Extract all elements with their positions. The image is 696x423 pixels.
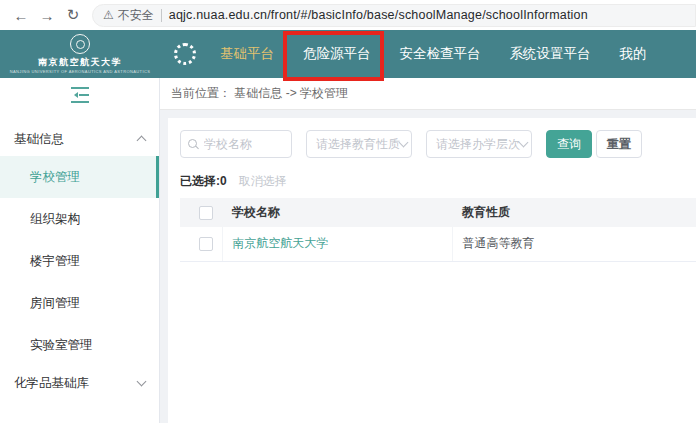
- select-all-checkbox[interactable]: [199, 206, 213, 220]
- sidebar: 基础信息 学校管理 组织架构 楼宇管理 房间管理 实验室管理 化学品基础库: [0, 78, 160, 423]
- breadcrumb-prefix: 当前位置：: [171, 85, 231, 102]
- annotation-red-box: [283, 31, 384, 81]
- refresh-icon[interactable]: ↻: [60, 6, 86, 24]
- nav-tab-mine[interactable]: 我的: [620, 45, 647, 63]
- row-checkbox[interactable]: [199, 237, 213, 251]
- sidebar-item-room-manage[interactable]: 房间管理: [0, 282, 159, 324]
- reset-button[interactable]: 重置: [596, 130, 642, 158]
- security-warning-label: 不安全: [118, 7, 154, 24]
- school-name-input[interactable]: [204, 137, 285, 151]
- clear-selection-button[interactable]: 取消选择: [239, 173, 287, 190]
- chevron-down-icon: [137, 377, 147, 387]
- forward-icon[interactable]: →: [34, 7, 60, 24]
- sidebar-item-label: 楼宇管理: [30, 253, 80, 270]
- address-bar[interactable]: ⚠ 不安全 aqjc.nuaa.edu.cn/front/#/basicInfo…: [92, 4, 696, 27]
- sidebar-group-label: 基础信息: [14, 131, 64, 148]
- school-name-search[interactable]: [180, 130, 292, 158]
- content-panel: 请选择教育性质 请选择办学层次 查询 重置 已选择:0 取消选择: [168, 118, 696, 423]
- chevron-down-icon: [399, 138, 409, 148]
- school-level-placeholder: 请选择办学层次: [436, 136, 520, 153]
- nav-tab-system-settings-platform[interactable]: 系统设置平台: [510, 45, 591, 63]
- sidebar-group-label: 化学品基础库: [14, 375, 89, 392]
- sidebar-group-chemical-base[interactable]: 化学品基础库: [0, 366, 159, 400]
- column-header-school-name: 学校名称: [222, 198, 452, 227]
- selected-count-label: 已选择:0: [180, 173, 227, 190]
- loading-spinner-icon: [174, 43, 196, 65]
- filter-toolbar: 请选择教育性质 请选择办学层次 查询 重置: [180, 130, 696, 158]
- sidebar-item-label: 房间管理: [30, 295, 80, 312]
- browser-toolbar: ← → ↻ ⚠ 不安全 aqjc.nuaa.edu.cn/front/#/bas…: [0, 0, 696, 30]
- selection-info: 已选择:0 取消选择: [180, 173, 696, 190]
- breadcrumb-path: 基础信息 -> 学校管理: [234, 85, 348, 102]
- sidebar-item-label: 组织架构: [30, 211, 80, 228]
- column-header-education-type: 教育性质: [452, 198, 696, 227]
- sidebar-item-label: 实验室管理: [30, 337, 93, 354]
- url-text[interactable]: aqjc.nuaa.edu.cn/front/#/basicInfo/base/…: [169, 8, 588, 22]
- sidebar-menu: 基础信息 学校管理 组织架构 楼宇管理 房间管理 实验室管理 化学品基础库: [0, 112, 159, 400]
- sidebar-item-building-manage[interactable]: 楼宇管理: [0, 240, 159, 282]
- school-name-link[interactable]: 南京航空航天大学: [233, 236, 329, 250]
- nav-tab-safety-check-platform[interactable]: 安全检查平台: [400, 45, 481, 63]
- education-type-cell: 普通高等教育: [463, 236, 535, 250]
- chevron-down-icon: [519, 138, 529, 148]
- breadcrumb: 当前位置： 基础信息 -> 学校管理: [160, 78, 696, 110]
- schools-table: 学校名称 教育性质 南京航空航天大学 普通高等教育: [180, 198, 696, 262]
- nav-tab-basic-platform[interactable]: 基础平台: [220, 45, 274, 63]
- education-type-select[interactable]: 请选择教育性质: [306, 130, 412, 158]
- table-row: 南京航空航天大学 普通高等教育: [180, 227, 696, 261]
- university-subtitle: NANJING UNIVERSITY OF AERONAUTICS AND AS…: [10, 69, 151, 74]
- app-header: 南京航空航天大学 NANJING UNIVERSITY OF AERONAUTI…: [0, 30, 696, 78]
- sidebar-collapse-button[interactable]: [0, 78, 159, 112]
- chevron-up-icon: [137, 136, 147, 146]
- sidebar-item-label: 学校管理: [30, 169, 80, 186]
- search-button[interactable]: 查询: [546, 130, 592, 158]
- main-area: 当前位置： 基础信息 -> 学校管理 请选择教育性质 请选择办学层次 查询 重置: [160, 78, 696, 423]
- sidebar-item-org-structure[interactable]: 组织架构: [0, 198, 159, 240]
- sidebar-item-lab-manage[interactable]: 实验室管理: [0, 324, 159, 366]
- school-level-select[interactable]: 请选择办学层次: [426, 130, 532, 158]
- address-bar-divider: [161, 9, 162, 22]
- table-header-row: 学校名称 教育性质: [180, 198, 696, 227]
- university-seal-icon: [70, 34, 90, 54]
- sidebar-group-basic-info[interactable]: 基础信息: [0, 122, 159, 156]
- security-warning-icon[interactable]: ⚠: [103, 8, 114, 22]
- menu-fold-icon: [71, 86, 89, 105]
- university-name: 南京航空航天大学: [38, 56, 122, 69]
- search-icon: [187, 138, 199, 150]
- education-type-placeholder: 请选择教育性质: [316, 136, 400, 153]
- sidebar-item-school-manage[interactable]: 学校管理: [0, 156, 159, 198]
- university-logo: 南京航空航天大学 NANJING UNIVERSITY OF AERONAUTI…: [0, 30, 160, 78]
- back-icon[interactable]: ←: [8, 7, 34, 24]
